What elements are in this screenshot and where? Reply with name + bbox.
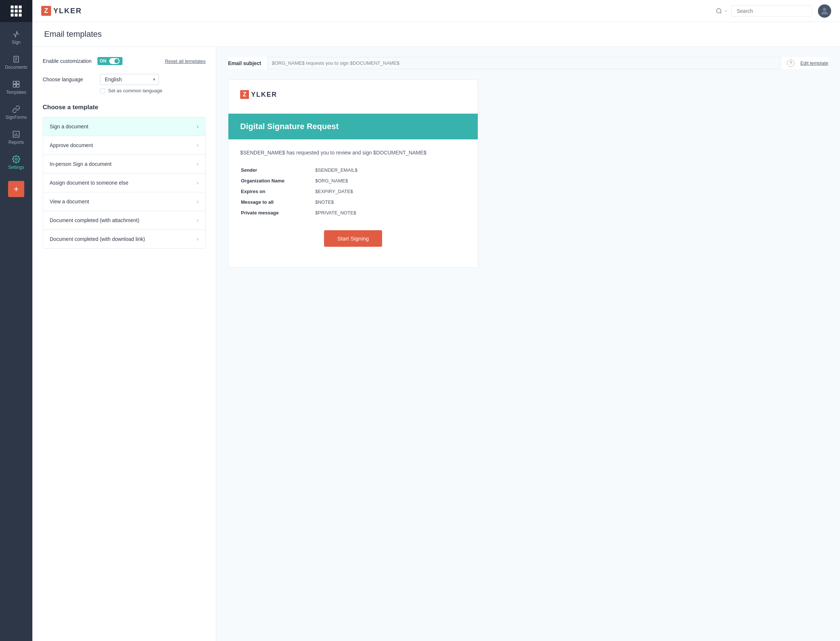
- preview-intro: $SENDER_NAME$ has requested you to revie…: [240, 150, 466, 156]
- email-preview: Z YLKER Digital Signature Request $SENDE…: [228, 79, 478, 268]
- search-input[interactable]: [731, 5, 812, 16]
- reset-all-templates-link[interactable]: Reset all templates: [165, 58, 206, 64]
- template-item-label: Sign a document: [50, 124, 88, 129]
- sidebar-item-settings[interactable]: Settings: [0, 150, 32, 175]
- avatar: [818, 5, 831, 18]
- table-cell-key: Sender: [241, 165, 314, 175]
- common-language-checkbox[interactable]: [100, 88, 105, 93]
- template-item-label: In-person Sign a document: [50, 161, 111, 167]
- content: Email templates Enable customization ON …: [32, 22, 840, 641]
- apps-grid-icon[interactable]: [11, 5, 22, 16]
- email-preview-header: Z YLKER: [229, 80, 478, 114]
- template-item-label: Approve document: [50, 142, 93, 148]
- reports-icon: [12, 130, 20, 138]
- table-cell-key: Message to all: [241, 197, 314, 207]
- svg-point-15: [823, 7, 826, 11]
- toggle-on[interactable]: ON: [97, 57, 122, 65]
- left-panel: Enable customization ON Reset all templa…: [32, 47, 216, 641]
- template-item-completed-attachment[interactable]: Document completed (with attachment) ›: [43, 211, 205, 230]
- toggle-switch[interactable]: [109, 58, 119, 64]
- signforms-icon: [12, 105, 20, 113]
- template-item-completed-download[interactable]: Document completed (with download link) …: [43, 230, 205, 248]
- customization-label: Enable customization: [43, 58, 92, 64]
- template-item-inperson-sign[interactable]: In-person Sign a document ›: [43, 155, 205, 174]
- right-panel: Email subject ? Edit template Z YLKER Di…: [216, 47, 840, 641]
- table-cell-value: $ORG_NAME$: [315, 176, 465, 186]
- start-signing-button[interactable]: Start Signing: [324, 230, 382, 247]
- template-item-approve-document[interactable]: Approve document ›: [43, 136, 205, 155]
- sidebar-item-signforms[interactable]: SignForms: [0, 100, 32, 125]
- table-row: Sender $SENDER_EMAIL$: [241, 165, 465, 175]
- svg-rect-4: [13, 81, 16, 84]
- chevron-down-icon: [724, 9, 728, 13]
- chevron-right-icon: ›: [197, 123, 199, 130]
- preview-logo-text: YLKER: [251, 91, 277, 98]
- main-area: Z YLKER Email templates: [32, 0, 840, 641]
- table-cell-value: $PRIVATE_NOTE$: [315, 208, 465, 218]
- table-cell-key: Expires on: [241, 187, 314, 196]
- template-item-label: Document completed (with attachment): [50, 217, 139, 223]
- email-subject-input[interactable]: [267, 57, 781, 69]
- preview-logo-z: Z: [240, 90, 249, 99]
- preview-logo: Z YLKER: [240, 90, 466, 99]
- table-row: Organization Name $ORG_NAME$: [241, 176, 465, 186]
- preview-banner-text: Digital Signature Request: [240, 122, 339, 131]
- table-row: Message to all $NOTE$: [241, 197, 465, 207]
- sidebar-item-reports[interactable]: Reports: [0, 125, 32, 150]
- table-cell-key: Private message: [241, 208, 314, 218]
- add-button[interactable]: +: [8, 181, 24, 197]
- chevron-right-icon: ›: [197, 217, 199, 224]
- edit-template-link[interactable]: Edit template: [800, 60, 828, 66]
- customization-row: Enable customization ON Reset all templa…: [43, 57, 206, 65]
- common-language-label: Set as common language: [108, 88, 162, 93]
- toggle-label: ON: [100, 58, 106, 64]
- svg-point-13: [716, 8, 721, 13]
- table-cell-key: Organization Name: [241, 176, 314, 186]
- svg-rect-6: [13, 85, 16, 87]
- help-icon[interactable]: ?: [787, 60, 794, 67]
- logo-text: YLKER: [53, 6, 82, 15]
- sidebar-label-settings: Settings: [8, 165, 24, 170]
- chevron-right-icon: ›: [197, 161, 199, 167]
- template-item-view-document[interactable]: View a document ›: [43, 192, 205, 211]
- language-select[interactable]: English: [100, 74, 159, 85]
- language-label: Choose language: [43, 76, 94, 82]
- chevron-right-icon: ›: [197, 142, 199, 148]
- logo-z: Z: [41, 6, 51, 16]
- sidebar-item-documents[interactable]: Documents: [0, 50, 32, 75]
- common-language-row: Set as common language: [100, 88, 206, 93]
- sidebar-label-signforms: SignForms: [5, 115, 27, 120]
- sidebar-nav: Sign Documents Templates SignForms Repor: [0, 22, 32, 175]
- templates-icon: [12, 80, 20, 88]
- template-item-label: Document completed (with download link): [50, 236, 145, 242]
- sidebar-label-templates: Templates: [6, 90, 26, 95]
- template-item-assign-document[interactable]: Assign document to someone else ›: [43, 174, 205, 192]
- chevron-right-icon: ›: [197, 198, 199, 205]
- table-cell-value: $NOTE$: [315, 197, 465, 207]
- search-icon: [716, 8, 722, 14]
- svg-point-12: [15, 158, 17, 160]
- sign-icon: [12, 30, 20, 38]
- language-label-row: Choose language English: [43, 74, 206, 85]
- template-item-label: Assign document to someone else: [50, 180, 128, 186]
- search-icon-area[interactable]: [716, 8, 728, 14]
- table-cell-value: $EXPIRY_DATE$: [315, 187, 465, 196]
- sidebar-label-reports: Reports: [8, 140, 24, 145]
- sidebar-label-documents: Documents: [5, 65, 27, 70]
- sidebar-item-templates[interactable]: Templates: [0, 75, 32, 100]
- sidebar-label-sign: Sign: [12, 40, 21, 45]
- sidebar-item-sign[interactable]: Sign: [0, 25, 32, 50]
- svg-line-14: [720, 12, 721, 13]
- template-list: Sign a document › Approve document › In-…: [43, 117, 206, 249]
- template-item-label: View a document: [50, 198, 89, 205]
- email-subject-row: Email subject ? Edit template: [228, 57, 828, 69]
- page-title-bar: Email templates: [32, 22, 840, 47]
- preview-banner: Digital Signature Request: [229, 114, 478, 139]
- table-cell-value: $SENDER_EMAIL$: [315, 165, 465, 175]
- table-row: Private message $PRIVATE_NOTE$: [241, 208, 465, 218]
- sidebar: Sign Documents Templates SignForms Repor: [0, 0, 32, 641]
- language-section: Choose language English Set as common la…: [43, 74, 206, 93]
- search-area: [716, 5, 812, 16]
- template-item-sign-document[interactable]: Sign a document ›: [43, 117, 205, 136]
- preview-body: $SENDER_NAME$ has requested you to revie…: [229, 139, 478, 267]
